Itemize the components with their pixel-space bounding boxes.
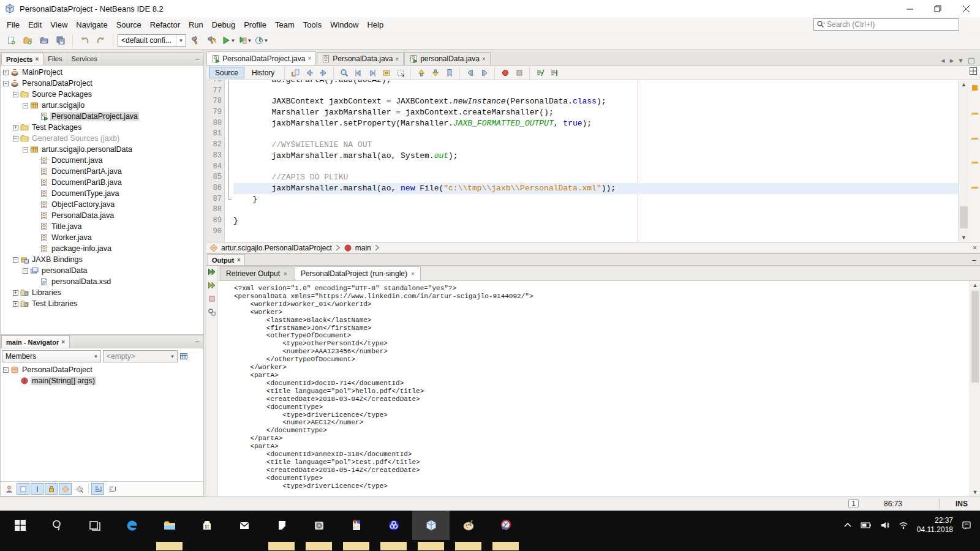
taskbar-rings[interactable] bbox=[375, 511, 412, 551]
clock[interactable]: 22:37 04.11.2018 bbox=[917, 516, 953, 534]
collapse-toggle-icon[interactable]: − bbox=[23, 268, 28, 274]
tab-output[interactable]: Output × bbox=[208, 254, 245, 265]
show-bar-button[interactable] bbox=[31, 483, 43, 495]
tab-services[interactable]: Services bbox=[67, 53, 102, 65]
project-tree-item[interactable]: +Test Packages bbox=[1, 122, 203, 133]
taskbar-paint[interactable] bbox=[450, 511, 487, 551]
toggle-bookmark-button[interactable] bbox=[443, 67, 456, 79]
menu-source[interactable]: Source bbox=[112, 18, 146, 31]
project-tree-item[interactable]: PersonalDataProject.java bbox=[1, 111, 203, 122]
shift-right-button[interactable] bbox=[478, 67, 491, 79]
next-occurrence-button[interactable] bbox=[429, 67, 442, 79]
code-line[interactable]: 83 jaxbMarshaller.marshal(ao, System.out… bbox=[206, 151, 958, 162]
scroll-up-icon[interactable]: ▲ bbox=[959, 80, 969, 89]
project-tree-item[interactable]: −Source Packages bbox=[1, 89, 203, 100]
stop-macro-button[interactable] bbox=[513, 67, 526, 79]
code-line[interactable]: 82 //WYŚWIETLENIE NA OUT bbox=[206, 140, 958, 151]
project-tree-item[interactable]: +MainProject bbox=[1, 67, 203, 78]
taskbar-file-explorer[interactable] bbox=[151, 511, 188, 551]
chevron-down-icon[interactable]: ▼ bbox=[231, 38, 236, 43]
close-icon[interactable]: × bbox=[61, 339, 65, 345]
search-input[interactable] bbox=[827, 20, 956, 29]
code-editor[interactable]: 76 ao.getPartA().add(docA2);7778 JAXBCon… bbox=[206, 80, 980, 242]
notifications-icon[interactable]: 1 bbox=[848, 499, 859, 508]
minimize-panel-button[interactable]: − bbox=[195, 337, 200, 347]
output-tab-retriever-output[interactable]: Retriever Output× bbox=[220, 266, 293, 280]
code-line[interactable]: 80 jaxbMarshaller.setProperty(Marshaller… bbox=[206, 118, 958, 129]
taskbar-netbeans[interactable] bbox=[412, 511, 450, 551]
expand-toggle-icon[interactable]: + bbox=[13, 125, 18, 130]
forward-button[interactable] bbox=[317, 67, 330, 79]
show-inner-button[interactable] bbox=[59, 483, 72, 495]
taskbar-mosaic[interactable] bbox=[337, 511, 375, 551]
project-tree-item[interactable]: +Libraries bbox=[1, 287, 203, 298]
menu-profile[interactable]: Profile bbox=[239, 18, 271, 31]
menu-edit[interactable]: Edit bbox=[24, 18, 46, 31]
menu-window[interactable]: Window bbox=[326, 18, 363, 31]
editor-scrollbar[interactable]: ▲ ▼ bbox=[958, 80, 969, 242]
new-file-button[interactable] bbox=[4, 33, 18, 48]
battery-icon[interactable] bbox=[861, 520, 872, 530]
close-icon[interactable]: × bbox=[482, 56, 486, 62]
code-line[interactable]: 76 ao.getPartA().add(docA2); bbox=[206, 80, 958, 86]
project-tree-item[interactable]: −PersonalDataProject bbox=[1, 78, 203, 89]
stop-button[interactable] bbox=[208, 294, 216, 305]
warning-mark[interactable] bbox=[971, 162, 978, 163]
collapse-toggle-icon[interactable]: − bbox=[13, 136, 18, 141]
expand-toggle-icon[interactable]: + bbox=[13, 301, 18, 307]
code-line[interactable]: 88 bbox=[206, 204, 958, 216]
comment-button[interactable] bbox=[533, 67, 546, 79]
code-line[interactable]: 81 bbox=[206, 129, 958, 140]
rerun-changed-button[interactable] bbox=[208, 281, 216, 291]
action-center-icon[interactable] bbox=[962, 520, 971, 530]
output-console[interactable]: <?xml version="1.0" encoding="UTF-8" sta… bbox=[218, 281, 970, 497]
taskbar-camera[interactable] bbox=[300, 511, 337, 551]
back-button[interactable] bbox=[303, 67, 315, 79]
warning-mark[interactable] bbox=[971, 138, 978, 140]
menu-debug[interactable]: Debug bbox=[208, 18, 239, 31]
project-tree-item[interactable]: +Test Libraries bbox=[1, 298, 203, 309]
error-stripe[interactable] bbox=[969, 80, 980, 242]
expand-toggle-icon[interactable]: + bbox=[3, 70, 9, 75]
clean-build-button[interactable] bbox=[205, 33, 219, 48]
close-icon[interactable]: × bbox=[35, 56, 39, 62]
minimize-output-button[interactable]: − bbox=[971, 256, 976, 265]
minimize-button[interactable] bbox=[895, 0, 924, 17]
tab-projects[interactable]: Projects× bbox=[1, 53, 43, 65]
run-button[interactable]: ▼ bbox=[221, 33, 236, 48]
table-view-icon[interactable] bbox=[179, 352, 188, 361]
uncomment-button[interactable] bbox=[548, 67, 560, 79]
scrollbar-thumb[interactable] bbox=[960, 206, 968, 228]
project-tree-item[interactable]: Title.java bbox=[1, 221, 203, 232]
taskbar-task-view[interactable] bbox=[76, 511, 113, 551]
minimize-panel-button[interactable]: − bbox=[195, 54, 200, 64]
navigator-tree-item[interactable]: −PersonalDataProject bbox=[1, 364, 203, 375]
taskbar-snip[interactable] bbox=[487, 511, 524, 551]
new-project-button[interactable] bbox=[20, 33, 35, 48]
shift-left-button[interactable] bbox=[464, 67, 477, 79]
editor-tab-personaldataproject-java[interactable]: PersonalDataProject.java× bbox=[206, 51, 316, 65]
sort-alpha-button[interactable] bbox=[91, 483, 104, 495]
project-tree-item[interactable]: −Generated Sources (jaxb) bbox=[1, 133, 203, 144]
collapse-toggle-icon[interactable]: − bbox=[23, 147, 28, 152]
sort-source-button[interactable] bbox=[105, 483, 118, 495]
profile-button[interactable]: ▼ bbox=[254, 33, 269, 48]
warning-mark[interactable] bbox=[971, 113, 978, 114]
chevron-down-icon[interactable]: ▼ bbox=[264, 38, 269, 43]
close-breadcrumb-icon[interactable]: × bbox=[973, 244, 977, 252]
last-edit-button[interactable] bbox=[288, 67, 301, 79]
code-line[interactable]: 84 bbox=[206, 162, 958, 173]
project-tree-item[interactable]: personalData.xsd bbox=[1, 276, 203, 287]
project-tree-item[interactable]: −personalData bbox=[1, 265, 203, 276]
navigator-filter-select[interactable]: <empty> ▼ bbox=[103, 350, 178, 362]
collapse-toggle-icon[interactable]: − bbox=[23, 103, 28, 108]
rect-select-button[interactable] bbox=[394, 67, 407, 79]
show-other-button[interactable] bbox=[73, 483, 86, 495]
scroll-tabs-right-icon[interactable]: ▸ bbox=[950, 56, 954, 65]
taskbar-edge[interactable] bbox=[113, 511, 151, 551]
record-macro-button[interactable] bbox=[499, 67, 511, 79]
tab-files[interactable]: Files bbox=[43, 53, 67, 65]
ant-settings-button[interactable] bbox=[208, 308, 216, 318]
volume-icon[interactable] bbox=[880, 520, 890, 530]
output-tab-personaldataproject-run-single-[interactable]: PersonalDataProject (run-single)× bbox=[295, 266, 421, 280]
